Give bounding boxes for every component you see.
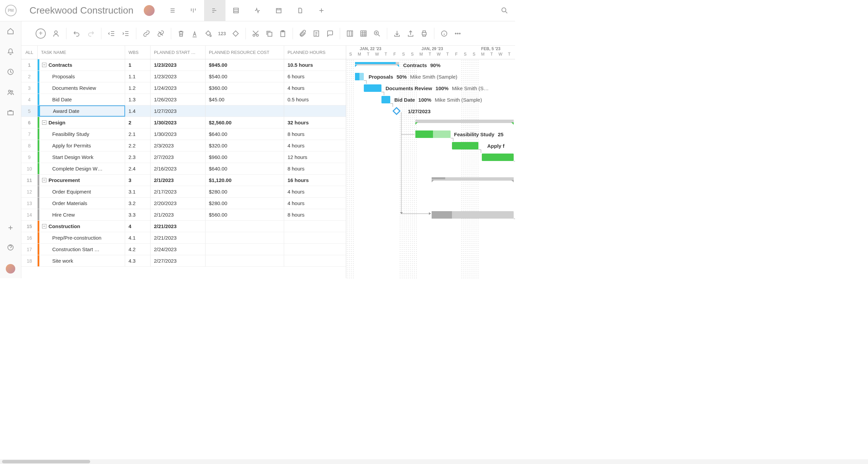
notifications-icon[interactable] [7,48,14,57]
col-all[interactable]: ALL [21,46,38,59]
task-name-cell[interactable]: Apply for Permits [38,140,125,151]
task-name-cell[interactable]: Order Equipment [38,186,125,197]
info-button[interactable] [440,30,448,37]
print-button[interactable] [420,30,428,37]
task-name-cell[interactable]: Proposals [38,71,125,82]
copy-button[interactable] [265,30,273,37]
attachment-button[interactable] [299,30,307,37]
table-row[interactable]: 2Proposals1.11/23/2023$540.006 hours [21,71,346,82]
grid-button[interactable] [360,30,367,37]
table-row[interactable]: 15−Construction42/21/2023 [21,221,346,232]
gantt-bar[interactable] [381,96,390,103]
tab-activity-view[interactable] [247,0,268,21]
outdent-button[interactable] [107,29,116,38]
tab-calendar-view[interactable] [268,0,290,21]
tab-add-view[interactable] [311,0,332,21]
gantt-bar[interactable] [415,130,451,138]
task-name-cell[interactable]: −Construction [38,221,125,232]
collapse-icon[interactable]: − [42,178,46,182]
gantt-summary-bar[interactable] [415,120,514,123]
task-name-cell[interactable]: Hire Crew [38,209,125,220]
col-wbs[interactable]: WBS [125,46,151,59]
task-name-cell[interactable]: Award Date [38,105,125,117]
gantt-bar[interactable] [452,142,478,149]
col-name[interactable]: TASK NAME [38,46,125,59]
recent-icon[interactable] [7,68,14,77]
task-name-cell[interactable]: Site work [38,255,125,266]
tab-list-view[interactable] [161,0,183,21]
add-task-button[interactable]: + [36,28,46,39]
delete-button[interactable] [177,30,185,37]
fill-color-button[interactable] [204,30,212,37]
indent-button[interactable] [122,29,130,38]
gantt-milestone[interactable] [392,107,400,115]
table-row[interactable]: 13Order Materials3.22/20/2023$280.004 ho… [21,198,346,209]
table-row[interactable]: 11−Procurement32/1/2023$1,120.0016 hours [21,175,346,186]
link-button[interactable] [142,29,151,38]
tab-sheet-view[interactable] [225,0,247,21]
gantt-bar[interactable] [364,84,381,92]
unlink-button[interactable] [157,29,165,38]
tab-file-view[interactable] [290,0,311,21]
task-name-cell[interactable]: Complete Design W… [38,163,125,174]
task-name-cell[interactable]: Feasibility Study [38,128,125,140]
gantt-bar[interactable] [482,154,514,161]
redo-button[interactable] [87,29,95,38]
user-avatar[interactable] [6,264,15,274]
paste-button[interactable] [279,30,287,37]
tab-board-view[interactable] [183,0,204,21]
help-icon[interactable] [7,244,14,253]
more-button[interactable] [454,30,461,37]
task-name-cell[interactable]: Start Design Work [38,152,125,163]
table-row[interactable]: 18Site work4.32/27/2023 [21,255,346,267]
home-icon[interactable] [7,27,14,36]
milestone-button[interactable] [232,30,239,37]
task-name-cell[interactable]: Order Materials [38,198,125,209]
gantt-summary-bar[interactable] [355,62,399,65]
table-row[interactable]: 10Complete Design W…2.42/16/2023$640.008… [21,163,346,175]
add-icon[interactable] [7,225,14,232]
task-name-cell[interactable]: −Contracts [38,59,125,70]
assign-button[interactable] [52,29,60,38]
notes-button[interactable] [313,30,320,37]
gantt-bar[interactable] [432,211,514,219]
import-button[interactable] [393,30,401,37]
table-row[interactable]: 5Award Date1.41/27/2023 [21,105,346,117]
col-cost[interactable]: PLANNED RESOURCE COST [205,46,284,59]
number-format-button[interactable]: 123 [218,31,226,36]
team-icon[interactable] [7,88,14,97]
gantt-bar[interactable] [355,73,364,80]
zoom-button[interactable] [373,30,381,37]
project-avatar[interactable] [144,5,155,16]
search-icon[interactable] [494,7,515,14]
col-start[interactable]: PLANNED START … [151,46,205,59]
collapse-icon[interactable]: − [42,120,46,125]
tab-gantt-view[interactable] [204,0,225,21]
undo-button[interactable] [73,29,81,38]
collapse-icon[interactable]: − [42,63,46,67]
cut-button[interactable] [252,30,259,37]
table-row[interactable]: 7Feasibility Study2.11/30/2023$640.008 h… [21,128,346,140]
export-button[interactable] [407,30,414,37]
table-row[interactable]: 9Start Design Work2.32/7/2023$960.0012 h… [21,152,346,163]
collapse-icon[interactable]: − [42,224,46,228]
text-format-button[interactable] [191,30,198,37]
table-row[interactable]: 17Construction Start …4.22/24/2023 [21,244,346,255]
task-name-cell[interactable]: Prep/Pre-construction [38,232,125,243]
table-row[interactable]: 16Prep/Pre-construction4.12/21/2023 [21,232,346,244]
gantt-summary-bar[interactable] [432,177,514,181]
table-row[interactable]: 3Documents Review1.21/24/2023$360.004 ho… [21,82,346,94]
table-row[interactable]: 8Apply for Permits2.22/3/2023$320.004 ho… [21,140,346,152]
project-title[interactable]: Creekwood Construction [29,5,134,16]
task-name-cell[interactable]: Documents Review [38,82,125,94]
columns-button[interactable] [346,30,354,37]
task-name-cell[interactable]: −Procurement [38,175,125,186]
table-row[interactable]: 12Order Equipment3.12/17/2023$280.004 ho… [21,186,346,198]
task-name-cell[interactable]: Construction Start … [38,244,125,255]
table-row[interactable]: 1−Contracts11/23/2023$945.0010.5 hours [21,59,346,71]
task-name-cell[interactable]: −Design [38,117,125,128]
table-row[interactable]: 4Bid Date1.31/26/2023$45.000.5 hours [21,94,346,105]
table-row[interactable]: 14Hire Crew3.32/1/2023$560.008 hours [21,209,346,221]
task-name-cell[interactable]: Bid Date [38,94,125,105]
comments-button[interactable] [326,30,334,37]
